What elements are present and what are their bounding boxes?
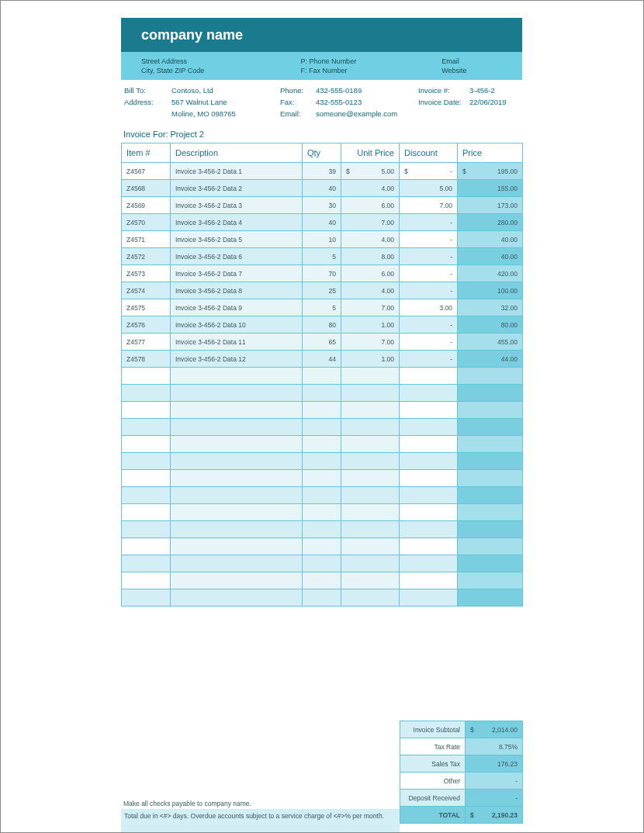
cell-desc: Invoice 3-456-2 Data 5 (171, 231, 303, 248)
cell-unit: 6.00 (341, 265, 400, 282)
cell-unit: 4.00 (341, 231, 400, 248)
email-value: someone@example.com (316, 108, 418, 119)
cell-item: Z4573 (122, 265, 171, 282)
address-line1: 567 Walnut Lane (171, 96, 280, 108)
cell-desc: Invoice 3-456-2 Data 2 (171, 180, 303, 197)
cell-desc: Invoice 3-456-2 Data 9 (171, 299, 303, 316)
summary-row: Deposit Received- (400, 790, 523, 807)
cell-item: Z4569 (122, 197, 171, 214)
footer-notes: Make all checks payable to company name.… (123, 800, 400, 832)
note-terms: Total due in <#> days. Overdue accounts … (121, 809, 400, 832)
cell-price: 100.00 (458, 282, 523, 299)
invoice-for-label: Invoice For: (123, 130, 171, 139)
cell-qty: 5 (303, 299, 341, 316)
phone-label: Phone: (280, 85, 316, 96)
company-web-block: Email Website (421, 52, 522, 80)
note-payable: Make all checks payable to company name. (123, 800, 400, 807)
table-row: Z4569Invoice 3-456-2 Data 3306.007.00173… (122, 197, 523, 214)
cell-unit: 1.00 (341, 316, 400, 334)
items-table: Item # Description Qty Unit Price Discou… (121, 143, 523, 607)
summary-row: Other- (400, 773, 523, 790)
invoice-page: company name Street Address City, State … (0, 0, 644, 833)
summary-value: - (466, 773, 523, 790)
cell-unit: 7.00 (341, 214, 400, 231)
cell-qty: 80 (303, 316, 341, 334)
cell-price: 40.00 (458, 248, 523, 265)
cell-qty: 65 (303, 334, 341, 351)
summary-label: Tax Rate (400, 738, 466, 755)
invnum-value: 3-456-2 (469, 85, 519, 96)
cell-item: Z4568 (122, 180, 171, 197)
company-city: City, State ZIP Code (141, 66, 281, 75)
table-row-empty (122, 402, 523, 419)
table-row-empty (122, 487, 523, 504)
cell-disc: - (400, 316, 458, 334)
email-label: Email: (280, 108, 316, 119)
billto-value: Contoso, Ltd (171, 85, 280, 96)
table-row: Z4572Invoice 3-456-2 Data 658.00-40.00 (122, 248, 523, 265)
cell-price: 420.00 (458, 265, 523, 282)
cell-qty: 10 (303, 231, 341, 248)
cell-qty: 25 (303, 282, 341, 299)
cell-item: Z4576 (122, 316, 171, 334)
cell-item: Z4575 (122, 299, 171, 316)
invoice-for-value: Project 2 (171, 130, 204, 139)
col-item: Item # (122, 143, 171, 163)
cell-qty: 44 (303, 351, 341, 368)
table-row: Z4576Invoice 3-456-2 Data 10801.00-80.00 (122, 316, 523, 334)
cell-price: $195.00 (458, 163, 523, 180)
summary-value: 8.75% (466, 738, 523, 755)
address-label: Address: (121, 96, 171, 108)
company-name: company name (141, 27, 243, 43)
summary-block: Invoice Subtotal$2,014.00Tax Rate8.75%Sa… (400, 721, 522, 824)
col-price: Price (458, 143, 523, 163)
cell-price: 280.00 (458, 214, 523, 231)
table-row: Z4568Invoice 3-456-2 Data 2404.005.00155… (122, 180, 523, 197)
col-qty: Qty (303, 143, 341, 163)
table-row: Z4570Invoice 3-456-2 Data 4407.00-280.00 (122, 214, 523, 231)
summary-row: Invoice Subtotal$2,014.00 (400, 721, 523, 738)
cell-qty: 70 (303, 265, 341, 282)
company-web: Website (441, 66, 522, 75)
col-desc: Description (171, 143, 303, 163)
cell-price: 155.00 (458, 180, 523, 197)
cell-desc: Invoice 3-456-2 Data 3 (171, 197, 303, 214)
cell-disc: $- (400, 163, 458, 180)
cell-disc: - (400, 351, 458, 368)
cell-disc: 5.00 (400, 180, 458, 197)
cell-disc: - (400, 334, 458, 351)
cell-desc: Invoice 3-456-2 Data 1 (171, 163, 303, 180)
fax-value: 432-555-0123 (316, 96, 418, 108)
table-row-empty (122, 572, 523, 589)
cell-item: Z4571 (122, 231, 171, 248)
summary-row: Tax Rate8.75% (400, 738, 523, 755)
company-email: Email (441, 57, 522, 66)
table-row-empty (122, 453, 523, 470)
cell-item: Z4572 (122, 248, 171, 265)
cell-item: Z4577 (122, 334, 171, 351)
summary-table: Invoice Subtotal$2,014.00Tax Rate8.75%Sa… (400, 721, 523, 824)
invoice-for: Invoice For: Project 2 (123, 130, 204, 139)
cell-item: Z4574 (122, 282, 171, 299)
col-unit: Unit Price (341, 143, 400, 163)
cell-desc: Invoice 3-456-2 Data 10 (171, 316, 303, 334)
cell-unit: 4.00 (341, 180, 400, 197)
table-row: Z4567Invoice 3-456-2 Data 139$5.00$-$195… (122, 163, 523, 180)
cell-qty: 40 (303, 214, 341, 231)
cell-desc: Invoice 3-456-2 Data 4 (171, 214, 303, 231)
phone-value: 432-555-0189 (316, 85, 418, 96)
cell-price: 44.00 (458, 351, 523, 368)
cell-item: Z4578 (122, 351, 171, 368)
cell-price: 80.00 (458, 316, 523, 334)
cell-desc: Invoice 3-456-2 Data 8 (171, 282, 303, 299)
address-line2: Moline, MO 098765 (171, 108, 280, 119)
total-label: TOTAL (400, 807, 466, 824)
cell-unit: 8.00 (341, 248, 400, 265)
items-header-row: Item # Description Qty Unit Price Discou… (122, 143, 523, 163)
cell-disc: - (400, 282, 458, 299)
cell-qty: 30 (303, 197, 341, 214)
cell-desc: Invoice 3-456-2 Data 11 (171, 334, 303, 351)
summary-value: 176.23 (466, 755, 523, 773)
col-disc: Discount (400, 143, 458, 163)
summary-label: Other (400, 773, 466, 790)
